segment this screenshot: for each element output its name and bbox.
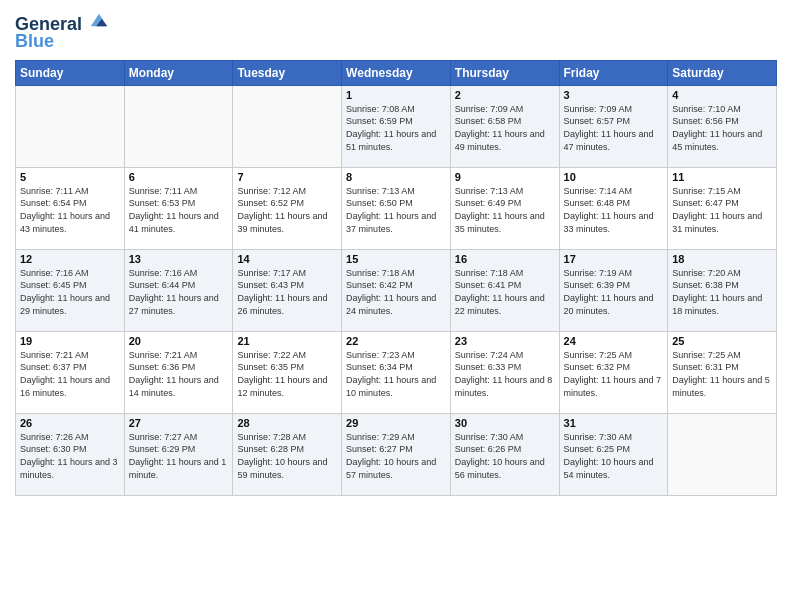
calendar-cell: 28Sunrise: 7:28 AMSunset: 6:28 PMDayligh… [233, 413, 342, 495]
day-number: 19 [20, 335, 120, 347]
day-number: 8 [346, 171, 446, 183]
day-info: Sunrise: 7:14 AMSunset: 6:48 PMDaylight:… [564, 185, 664, 235]
calendar-cell: 31Sunrise: 7:30 AMSunset: 6:25 PMDayligh… [559, 413, 668, 495]
calendar-cell: 2Sunrise: 7:09 AMSunset: 6:58 PMDaylight… [450, 85, 559, 167]
calendar-cell: 22Sunrise: 7:23 AMSunset: 6:34 PMDayligh… [342, 331, 451, 413]
day-number: 31 [564, 417, 664, 429]
calendar-cell [668, 413, 777, 495]
weekday-header-row: SundayMondayTuesdayWednesdayThursdayFrid… [16, 60, 777, 85]
day-number: 7 [237, 171, 337, 183]
day-info: Sunrise: 7:21 AMSunset: 6:36 PMDaylight:… [129, 349, 229, 399]
day-info: Sunrise: 7:15 AMSunset: 6:47 PMDaylight:… [672, 185, 772, 235]
day-number: 4 [672, 89, 772, 101]
calendar-cell: 14Sunrise: 7:17 AMSunset: 6:43 PMDayligh… [233, 249, 342, 331]
day-info: Sunrise: 7:28 AMSunset: 6:28 PMDaylight:… [237, 431, 337, 481]
day-info: Sunrise: 7:30 AMSunset: 6:26 PMDaylight:… [455, 431, 555, 481]
logo-icon [89, 10, 109, 30]
day-info: Sunrise: 7:12 AMSunset: 6:52 PMDaylight:… [237, 185, 337, 235]
day-info: Sunrise: 7:16 AMSunset: 6:44 PMDaylight:… [129, 267, 229, 317]
calendar-week-3: 12Sunrise: 7:16 AMSunset: 6:45 PMDayligh… [16, 249, 777, 331]
day-number: 6 [129, 171, 229, 183]
calendar-week-5: 26Sunrise: 7:26 AMSunset: 6:30 PMDayligh… [16, 413, 777, 495]
calendar-cell [16, 85, 125, 167]
weekday-header-wednesday: Wednesday [342, 60, 451, 85]
day-info: Sunrise: 7:29 AMSunset: 6:27 PMDaylight:… [346, 431, 446, 481]
page: General Blue SundayMondayTuesdayWednesda… [0, 0, 792, 612]
calendar-cell: 26Sunrise: 7:26 AMSunset: 6:30 PMDayligh… [16, 413, 125, 495]
day-info: Sunrise: 7:26 AMSunset: 6:30 PMDaylight:… [20, 431, 120, 481]
calendar-cell: 9Sunrise: 7:13 AMSunset: 6:49 PMDaylight… [450, 167, 559, 249]
calendar-cell: 15Sunrise: 7:18 AMSunset: 6:42 PMDayligh… [342, 249, 451, 331]
day-number: 17 [564, 253, 664, 265]
day-info: Sunrise: 7:17 AMSunset: 6:43 PMDaylight:… [237, 267, 337, 317]
calendar-cell: 23Sunrise: 7:24 AMSunset: 6:33 PMDayligh… [450, 331, 559, 413]
calendar-week-2: 5Sunrise: 7:11 AMSunset: 6:54 PMDaylight… [16, 167, 777, 249]
calendar-cell: 27Sunrise: 7:27 AMSunset: 6:29 PMDayligh… [124, 413, 233, 495]
day-number: 5 [20, 171, 120, 183]
day-info: Sunrise: 7:21 AMSunset: 6:37 PMDaylight:… [20, 349, 120, 399]
calendar-cell: 30Sunrise: 7:30 AMSunset: 6:26 PMDayligh… [450, 413, 559, 495]
day-info: Sunrise: 7:11 AMSunset: 6:53 PMDaylight:… [129, 185, 229, 235]
day-info: Sunrise: 7:22 AMSunset: 6:35 PMDaylight:… [237, 349, 337, 399]
calendar-cell: 17Sunrise: 7:19 AMSunset: 6:39 PMDayligh… [559, 249, 668, 331]
day-info: Sunrise: 7:19 AMSunset: 6:39 PMDaylight:… [564, 267, 664, 317]
day-number: 14 [237, 253, 337, 265]
calendar-table: SundayMondayTuesdayWednesdayThursdayFrid… [15, 60, 777, 496]
weekday-header-friday: Friday [559, 60, 668, 85]
calendar-cell: 18Sunrise: 7:20 AMSunset: 6:38 PMDayligh… [668, 249, 777, 331]
day-number: 16 [455, 253, 555, 265]
calendar-cell: 8Sunrise: 7:13 AMSunset: 6:50 PMDaylight… [342, 167, 451, 249]
day-info: Sunrise: 7:27 AMSunset: 6:29 PMDaylight:… [129, 431, 229, 481]
day-number: 13 [129, 253, 229, 265]
day-number: 2 [455, 89, 555, 101]
day-info: Sunrise: 7:13 AMSunset: 6:49 PMDaylight:… [455, 185, 555, 235]
calendar-cell: 19Sunrise: 7:21 AMSunset: 6:37 PMDayligh… [16, 331, 125, 413]
calendar-cell: 3Sunrise: 7:09 AMSunset: 6:57 PMDaylight… [559, 85, 668, 167]
day-info: Sunrise: 7:11 AMSunset: 6:54 PMDaylight:… [20, 185, 120, 235]
day-number: 23 [455, 335, 555, 347]
calendar-cell: 6Sunrise: 7:11 AMSunset: 6:53 PMDaylight… [124, 167, 233, 249]
day-info: Sunrise: 7:20 AMSunset: 6:38 PMDaylight:… [672, 267, 772, 317]
day-number: 27 [129, 417, 229, 429]
calendar-cell: 12Sunrise: 7:16 AMSunset: 6:45 PMDayligh… [16, 249, 125, 331]
day-info: Sunrise: 7:25 AMSunset: 6:32 PMDaylight:… [564, 349, 664, 399]
day-number: 20 [129, 335, 229, 347]
calendar-cell: 29Sunrise: 7:29 AMSunset: 6:27 PMDayligh… [342, 413, 451, 495]
calendar-cell [124, 85, 233, 167]
day-info: Sunrise: 7:10 AMSunset: 6:56 PMDaylight:… [672, 103, 772, 153]
weekday-header-thursday: Thursday [450, 60, 559, 85]
day-number: 30 [455, 417, 555, 429]
day-number: 22 [346, 335, 446, 347]
day-info: Sunrise: 7:18 AMSunset: 6:41 PMDaylight:… [455, 267, 555, 317]
calendar-cell: 16Sunrise: 7:18 AMSunset: 6:41 PMDayligh… [450, 249, 559, 331]
day-number: 10 [564, 171, 664, 183]
calendar-cell: 4Sunrise: 7:10 AMSunset: 6:56 PMDaylight… [668, 85, 777, 167]
day-number: 28 [237, 417, 337, 429]
logo: General Blue [15, 10, 109, 52]
calendar-cell: 1Sunrise: 7:08 AMSunset: 6:59 PMDaylight… [342, 85, 451, 167]
day-number: 21 [237, 335, 337, 347]
weekday-header-monday: Monday [124, 60, 233, 85]
day-info: Sunrise: 7:13 AMSunset: 6:50 PMDaylight:… [346, 185, 446, 235]
weekday-header-tuesday: Tuesday [233, 60, 342, 85]
day-number: 15 [346, 253, 446, 265]
day-info: Sunrise: 7:09 AMSunset: 6:57 PMDaylight:… [564, 103, 664, 153]
day-info: Sunrise: 7:08 AMSunset: 6:59 PMDaylight:… [346, 103, 446, 153]
day-number: 18 [672, 253, 772, 265]
day-number: 26 [20, 417, 120, 429]
calendar-cell: 25Sunrise: 7:25 AMSunset: 6:31 PMDayligh… [668, 331, 777, 413]
calendar-cell: 13Sunrise: 7:16 AMSunset: 6:44 PMDayligh… [124, 249, 233, 331]
day-info: Sunrise: 7:25 AMSunset: 6:31 PMDaylight:… [672, 349, 772, 399]
day-info: Sunrise: 7:24 AMSunset: 6:33 PMDaylight:… [455, 349, 555, 399]
day-number: 29 [346, 417, 446, 429]
calendar-cell: 20Sunrise: 7:21 AMSunset: 6:36 PMDayligh… [124, 331, 233, 413]
day-info: Sunrise: 7:18 AMSunset: 6:42 PMDaylight:… [346, 267, 446, 317]
calendar-cell: 11Sunrise: 7:15 AMSunset: 6:47 PMDayligh… [668, 167, 777, 249]
day-number: 9 [455, 171, 555, 183]
calendar-cell: 21Sunrise: 7:22 AMSunset: 6:35 PMDayligh… [233, 331, 342, 413]
day-info: Sunrise: 7:30 AMSunset: 6:25 PMDaylight:… [564, 431, 664, 481]
day-number: 12 [20, 253, 120, 265]
day-info: Sunrise: 7:09 AMSunset: 6:58 PMDaylight:… [455, 103, 555, 153]
day-number: 11 [672, 171, 772, 183]
day-number: 24 [564, 335, 664, 347]
